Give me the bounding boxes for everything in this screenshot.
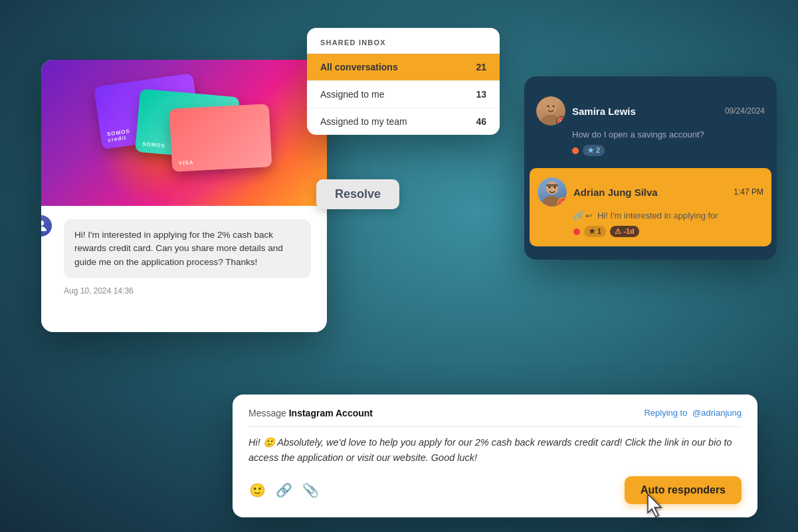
message-text: Hi! I'm interested in applying for the 2…: [74, 228, 300, 269]
conversation-adrian[interactable]: ◉ Adrian Jung Silva 1:47 PM 🔗 ↩ Hi! I'm …: [530, 168, 771, 246]
conv-header-adrian: ◉ Adrian Jung Silva 1:47 PM: [538, 177, 763, 207]
scene: SOMOS credit SOMOS VISA Hi! I'm interes: [0, 0, 798, 532]
compose-from-source: Instagram Account: [289, 408, 373, 418]
dot-orange-samira: [572, 147, 579, 154]
compose-panel: Message Instagram Account Replying to @a…: [233, 395, 757, 517]
inbox-header: SHARED INBOX: [307, 28, 500, 54]
avatar-samira: ◉: [536, 96, 565, 126]
conv-preview-samira: How do I open a savings account?: [572, 130, 765, 139]
dot-red-adrian: [573, 228, 580, 235]
svg-rect-9: [546, 184, 558, 187]
conv-time-samira: 09/24/2024: [725, 106, 765, 116]
instagram-icon-samira: ◉: [559, 119, 564, 125]
alert-badge-adrian: ⚠ -1d: [610, 226, 639, 237]
cursor-pointer: [644, 493, 668, 524]
conv-name-adrian: Adrian Jung Silva: [573, 187, 658, 198]
compose-from-label: Message: [249, 408, 286, 418]
conv-name-row-samira: Samira Lewis 09/24/2024: [572, 106, 765, 117]
conv-time-adrian: 1:47 PM: [734, 187, 763, 197]
conv-name-samira: Samira Lewis: [572, 106, 636, 117]
inbox-row-assigned-me-label: Assigned to me: [320, 89, 385, 100]
emoji-icon[interactable]: 🙂: [249, 482, 266, 499]
credit-card-3-brand: VISA: [179, 156, 265, 167]
compose-header: Message Instagram Account Replying to @a…: [249, 408, 742, 427]
user-icon: [41, 218, 49, 234]
star-badge-adrian: ★ 1: [584, 226, 606, 237]
card-message-area: Hi! I'm interested in applying for the 2…: [41, 206, 327, 309]
compose-reply-to: Replying to @adrianjung: [644, 408, 742, 418]
inbox-row-assigned-team-count: 46: [476, 116, 486, 127]
avatar-adrian: ◉: [538, 177, 567, 207]
inbox-row-all-count: 21: [476, 62, 486, 72]
conv-preview-adrian: 🔗 ↩ Hi! I'm interested in applying for: [573, 211, 763, 221]
conv-badges-samira: ★ 2: [572, 145, 765, 156]
message-bubble: Hi! I'm interested in applying for the 2…: [64, 219, 311, 278]
auto-responders-button[interactable]: Auto responders: [625, 476, 742, 504]
inbox-row-assigned-team-label: Assigned to my team: [320, 116, 407, 127]
svg-point-3: [548, 106, 549, 108]
credit-card-panel: SOMOS credit SOMOS VISA Hi! I'm interes: [41, 60, 327, 332]
conv-badges-adrian: ★ 1 ⚠ -1d: [573, 226, 763, 237]
instagram-badge-samira: ◉: [556, 116, 565, 126]
user-avatar: [41, 214, 53, 238]
compose-body: Hi! 🙂 Absolutely, we'd love to help you …: [249, 435, 742, 466]
inbox-row-assigned-me[interactable]: Assigned to me 13: [307, 81, 500, 108]
reply-handle: @adrianjung: [692, 408, 742, 418]
inbox-panel: SHARED INBOX All conversations 21 Assign…: [307, 28, 500, 135]
cursor-svg: [644, 493, 668, 519]
inbox-row-assigned-me-count: 13: [476, 89, 486, 100]
instagram-badge-adrian: ◉: [557, 197, 567, 207]
reply-to-label: Replying to: [644, 408, 687, 418]
attachment-icon[interactable]: 📎: [302, 482, 319, 499]
svg-point-4: [553, 106, 555, 108]
conversation-samira[interactable]: ◉ Samira Lewis 09/24/2024 How do I open …: [524, 87, 777, 165]
resolve-button[interactable]: Resolve: [316, 179, 399, 209]
compose-icons: 🙂 🔗 📎: [249, 482, 319, 499]
svg-point-0: [41, 221, 44, 226]
conv-name-row-adrian: Adrian Jung Silva 1:47 PM: [573, 187, 763, 198]
card-image-top: SOMOS credit SOMOS VISA: [41, 60, 327, 206]
inbox-row-all-conversations[interactable]: All conversations 21: [307, 54, 500, 81]
message-timestamp: Aug 10, 2024 14:36: [64, 286, 311, 296]
inbox-row-all-label: All conversations: [320, 62, 398, 72]
conversations-panel: ◉ Samira Lewis 09/24/2024 How do I open …: [524, 76, 777, 260]
credit-card-3: VISA: [169, 104, 272, 172]
inbox-row-assigned-team[interactable]: Assigned to my team 46: [307, 108, 500, 135]
link-icon[interactable]: 🔗: [275, 482, 292, 499]
conv-header-samira: ◉ Samira Lewis 09/24/2024: [536, 96, 765, 126]
compose-from: Message Instagram Account: [249, 408, 373, 418]
credit-cards-visual: SOMOS credit SOMOS VISA: [98, 73, 270, 193]
reply-icon: 🔗 ↩: [573, 211, 592, 221]
star-badge-samira: ★ 2: [583, 145, 605, 156]
